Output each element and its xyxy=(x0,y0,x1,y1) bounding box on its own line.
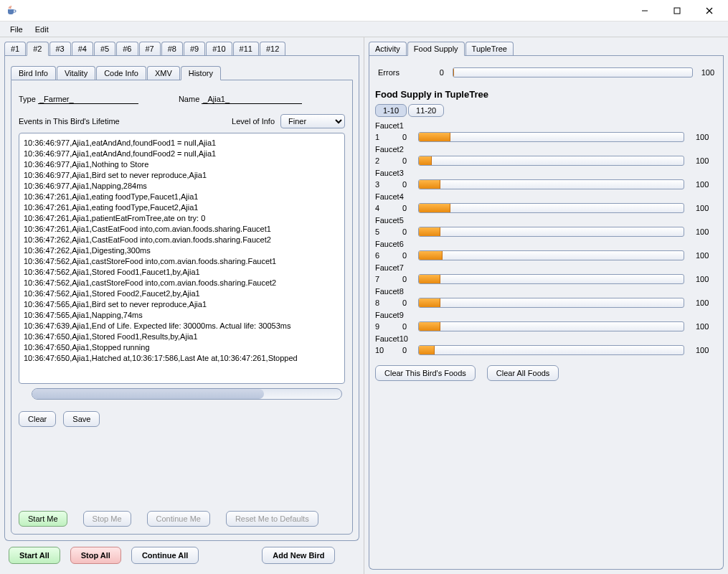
faucet-min: 0 xyxy=(397,346,407,354)
bird-tab-2[interactable]: #2 xyxy=(27,42,48,56)
menu-edit[interactable]: Edit xyxy=(29,24,55,35)
log-line: 10:36:47:650,Ajia1,Stopped running xyxy=(24,342,340,353)
faucet-label: Faucet5 xyxy=(375,216,717,225)
faucet-min: 0 xyxy=(397,227,407,236)
reset-me-button[interactable]: Reset Me to Defaults xyxy=(226,511,318,527)
continue-me-button[interactable]: Continue Me xyxy=(147,511,210,527)
faucet-min: 0 xyxy=(397,322,407,331)
clear-bird-foods-button[interactable]: Clear This Bird's Foods xyxy=(375,365,476,381)
log-line: 10:36:47:650,Ajia1,Stored Food1,Results,… xyxy=(24,331,340,342)
faucet-progress xyxy=(418,298,684,308)
supply-title: Food Supply in TupleTree xyxy=(375,89,717,100)
start-me-button[interactable]: Start Me xyxy=(19,511,67,527)
bird-tab-12[interactable]: #12 xyxy=(260,42,285,55)
clear-button[interactable]: Clear xyxy=(19,411,56,427)
faucet-min: 0 xyxy=(397,251,407,260)
range-tab-1-10[interactable]: 1-10 xyxy=(375,104,407,117)
window-minimize-button[interactable] xyxy=(628,0,661,22)
detail-tab-history[interactable]: History xyxy=(181,66,221,80)
type-field[interactable] xyxy=(38,95,138,104)
menu-file[interactable]: File xyxy=(4,24,29,35)
faucet-index: 5 xyxy=(375,227,388,236)
window-close-button[interactable] xyxy=(693,0,725,22)
errors-progress xyxy=(453,67,693,77)
faucet-progress xyxy=(418,179,684,189)
range-tab-11-20[interactable]: 11-20 xyxy=(408,104,444,117)
bird-tab-4[interactable]: #4 xyxy=(72,42,93,55)
add-new-bird-button[interactable]: Add New Bird xyxy=(262,547,335,564)
faucet-progress xyxy=(418,156,684,166)
faucet-index: 1 xyxy=(375,133,388,141)
faucet-1: Faucet110100 xyxy=(375,121,717,142)
clear-all-foods-button[interactable]: Clear All Foods xyxy=(487,365,559,381)
detail-tab-vitality[interactable]: Vitality xyxy=(57,66,95,80)
bird-tab-11[interactable]: #11 xyxy=(233,42,259,55)
log-horizontal-scrollbar[interactable] xyxy=(32,388,342,400)
faucet-max: 100 xyxy=(696,322,717,331)
bird-tab-5[interactable]: #5 xyxy=(94,42,115,55)
faucet-6: Faucet660100 xyxy=(375,240,717,260)
faucet-label: Faucet2 xyxy=(375,145,717,154)
faucet-min: 0 xyxy=(397,298,407,307)
faucet-max: 100 xyxy=(696,275,717,283)
faucet-4: Faucet440100 xyxy=(375,192,717,213)
detail-tab-xmv[interactable]: XMV xyxy=(147,66,180,80)
faucet-min: 0 xyxy=(397,180,407,189)
bird-tabs: #1#2#3#4#5#6#7#8#9#10#11#12 xyxy=(4,42,359,56)
log-line: 10:36:46:977,Ajia1,Nothing to Store xyxy=(24,159,340,170)
event-log[interactable]: 10:36:46:977,Ajia1,eatAndAnd,foundFood1 … xyxy=(19,133,345,384)
log-line: 10:36:47:562,Ajia1,castStoreFood into,co… xyxy=(24,256,340,267)
bird-tab-3[interactable]: #3 xyxy=(49,42,71,55)
range-tabs: 1-1011-20 xyxy=(375,104,717,117)
faucet-min: 0 xyxy=(397,204,407,212)
faucet-label: Faucet6 xyxy=(375,240,717,248)
right-tab-food-supply[interactable]: Food Supply xyxy=(407,42,465,56)
faucet-2: Faucet220100 xyxy=(375,145,717,166)
faucet-max: 100 xyxy=(696,204,717,212)
faucet-index: 4 xyxy=(375,204,388,212)
bird-tab-10[interactable]: #10 xyxy=(206,42,232,55)
bird-tab-1[interactable]: #1 xyxy=(4,42,26,55)
faucet-max: 100 xyxy=(696,227,717,236)
faucet-max: 100 xyxy=(696,133,717,141)
log-line: 10:36:46:977,Ajia1,eatAndAnd,foundFood1 … xyxy=(24,138,340,149)
faucet-label: Faucet7 xyxy=(375,263,717,272)
detail-tab-bird-info[interactable]: Bird Info xyxy=(11,66,56,80)
stop-all-button[interactable]: Stop All xyxy=(70,547,121,564)
detail-tab-code-info[interactable]: Code Info xyxy=(96,66,146,80)
faucet-9: Faucet990100 xyxy=(375,311,717,331)
name-field[interactable] xyxy=(202,95,302,104)
faucet-label: Faucet10 xyxy=(375,334,717,343)
right-tabs: ActivityFood SupplyTupleTree xyxy=(369,42,724,56)
log-line: 10:36:47:565,Ajia1,Napping,74ms xyxy=(24,310,340,321)
bird-tab-6[interactable]: #6 xyxy=(116,42,138,55)
right-tab-activity[interactable]: Activity xyxy=(369,42,407,55)
log-line: 10:36:46:977,Ajia1,eatAndAnd,foundFood2 … xyxy=(24,149,340,159)
faucet-max: 100 xyxy=(696,346,717,354)
save-button[interactable]: Save xyxy=(63,411,100,427)
bird-tab-9[interactable]: #9 xyxy=(184,42,205,55)
faucet-label: Faucet8 xyxy=(375,287,717,296)
faucet-index: 8 xyxy=(375,298,388,307)
faucet-index: 9 xyxy=(375,322,388,331)
log-line: 10:36:47:562,Ajia1,Stored Food2,Faucet2,… xyxy=(24,288,340,299)
faucet-label: Faucet3 xyxy=(375,169,717,177)
faucet-7: Faucet770100 xyxy=(375,263,717,284)
log-line: 10:36:47:650,Ajia1,Hatched at,10:36:17:5… xyxy=(24,353,340,364)
faucet-max: 100 xyxy=(696,251,717,260)
bird-tab-7[interactable]: #7 xyxy=(139,42,161,55)
faucet-max: 100 xyxy=(696,180,717,189)
window-maximize-button[interactable] xyxy=(661,0,693,22)
faucet-max: 100 xyxy=(696,156,717,165)
level-combo[interactable]: Finer xyxy=(280,114,345,128)
bird-detail-tabs: Bird InfoVitalityCode InfoXMVHistory xyxy=(11,66,353,80)
continue-all-button[interactable]: Continue All xyxy=(131,547,199,564)
window-titlebar xyxy=(0,0,728,22)
faucet-index: 7 xyxy=(375,275,388,283)
java-cup-icon xyxy=(6,5,17,17)
right-tab-tupletree[interactable]: TupleTree xyxy=(465,42,514,55)
bird-tab-8[interactable]: #8 xyxy=(161,42,183,55)
start-all-button[interactable]: Start All xyxy=(9,547,60,564)
stop-me-button[interactable]: Stop Me xyxy=(83,511,131,527)
log-line: 10:36:47:261,Ajia1,eating foodType,Fauce… xyxy=(24,192,340,202)
